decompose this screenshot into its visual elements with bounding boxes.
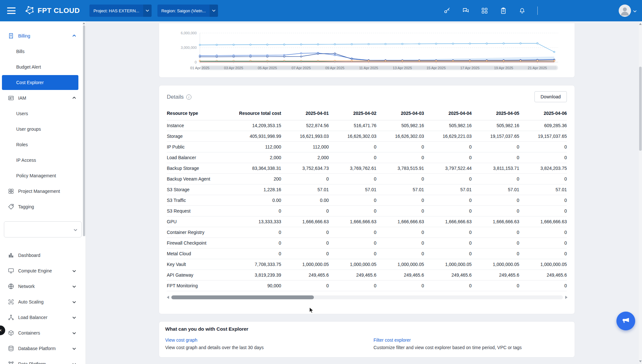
chat-icon[interactable] <box>462 7 469 14</box>
brand-logo[interactable]: FPT CLOUD <box>25 5 80 16</box>
sidebar-scroll-up-icon[interactable] <box>83 22 85 24</box>
sidebar-item-cost-explorer[interactable]: Cost Explorer <box>2 75 78 90</box>
value-cell: 0 <box>472 281 519 291</box>
sidebar-item-project-management[interactable]: Project Management <box>0 183 82 199</box>
sidebar-item-bills[interactable]: Bills <box>0 44 82 59</box>
value-cell: 0 <box>472 227 519 238</box>
value-cell: 249,465.6 <box>472 270 519 281</box>
value-cell: 0 <box>329 206 376 216</box>
sidebar-item-containers[interactable]: Containers <box>0 325 82 341</box>
page-scrollbar[interactable] <box>639 21 642 364</box>
menu-icon[interactable] <box>7 7 16 14</box>
announcement-fab[interactable] <box>616 312 635 330</box>
table-row: Backup Storage83,364,338.313,752,634.733… <box>167 163 567 174</box>
value-cell: 57.01 <box>472 184 519 195</box>
value-cell: 0 <box>376 227 424 238</box>
filter-cost-explorer-desc: Customize filter and view cost explorer … <box>373 345 522 350</box>
value-cell: 505,982.16 <box>376 120 424 131</box>
value-cell: 0 <box>519 142 567 152</box>
region-dropdown[interactable]: Region: Saigon (Vietn... <box>157 5 218 17</box>
page-scroll-thumb[interactable] <box>639 67 642 151</box>
resource-type-cell: Storage <box>167 131 234 142</box>
sidebar-item-users[interactable]: Users <box>0 106 82 121</box>
value-cell: 609,285.36 <box>519 120 567 131</box>
navbar-divider <box>537 6 538 15</box>
cost-explorer-help-card: What can you do with Cost Explorer View … <box>159 321 575 358</box>
chevron-down-icon <box>210 5 218 17</box>
value-cell: 7,708,333.75 <box>234 259 281 270</box>
project-dropdown-label: Project: HAS EXTERN... <box>89 8 143 13</box>
iam-icon <box>8 95 14 101</box>
scroll-right-icon[interactable] <box>565 296 567 299</box>
column-header: 2025-04-05 <box>472 106 519 120</box>
value-cell: 0 <box>281 238 329 248</box>
value-cell: 57.01 <box>376 184 424 195</box>
value-cell: 3,769,762.61 <box>329 163 376 174</box>
auto-scaling-icon <box>8 299 14 305</box>
user-menu[interactable] <box>619 5 637 17</box>
sidebar-item-billing[interactable]: Billing <box>0 28 82 44</box>
sidebar-item-data-platform[interactable]: Data Platform <box>0 356 82 364</box>
chevron-up-icon <box>72 34 76 38</box>
sidebar-item-policy-management[interactable]: Policy Management <box>0 168 82 183</box>
resource-type-cell: Backup Storage <box>167 163 234 174</box>
clipboard-icon[interactable] <box>500 7 507 14</box>
notification-icon[interactable] <box>519 7 526 14</box>
sidebar-item-budget-alert[interactable]: Budget Alert <box>0 59 82 75</box>
svg-text:21 Apr 2025: 21 Apr 2025 <box>528 66 547 70</box>
project-dropdown[interactable]: Project: HAS EXTERN... <box>89 5 152 17</box>
chevron-down-icon <box>72 362 76 364</box>
scroll-left-icon[interactable] <box>167 296 169 299</box>
filter-cost-explorer-link[interactable]: Filter cost explorer <box>373 337 522 343</box>
value-cell: 1,000,000.05 <box>329 259 376 270</box>
value-cell: 0 <box>234 248 281 259</box>
view-cost-graph-link[interactable]: View cost graph <box>165 337 373 343</box>
value-cell: 13,333,333 <box>234 216 281 227</box>
sidebar-item-label: Billing <box>18 33 30 39</box>
value-cell: 0 <box>376 248 424 259</box>
value-cell: 0 <box>424 281 472 291</box>
value-cell: 0 <box>281 248 329 259</box>
scroll-up-icon[interactable] <box>639 23 642 25</box>
table-row: S3 Traffic0.000.0000000 <box>167 195 567 206</box>
sidebar-item-label: Load Balancer <box>18 315 47 320</box>
value-cell: 3,819,239.39 <box>234 270 281 281</box>
sidebar-item-iam[interactable]: IAM <box>0 90 82 106</box>
cost-chart-svg: 03,000,0006,000,00001 Apr 202503 Apr 202… <box>159 23 575 78</box>
sidebar-item-label: Network <box>18 284 35 289</box>
table-row: IP Public112,000112,00000000 <box>167 142 567 152</box>
hscroll-track[interactable] <box>171 295 563 299</box>
hscroll-thumb[interactable] <box>171 295 314 299</box>
sidebar-item-user-groups[interactable]: User groups <box>0 121 82 137</box>
table-row: Backup Veeam Agent200000000 <box>167 174 567 184</box>
sidebar-item-roles[interactable]: Roles <box>0 137 82 152</box>
scroll-down-icon[interactable] <box>639 360 642 362</box>
apps-icon[interactable] <box>481 7 488 14</box>
value-cell: 112,000 <box>281 142 329 152</box>
value-cell: 522,874.56 <box>281 120 329 131</box>
sidebar-filter-select[interactable] <box>4 221 82 237</box>
value-cell: 0 <box>329 142 376 152</box>
column-header: 2025-04-03 <box>376 106 424 120</box>
value-cell: 3,824,203.75 <box>519 163 567 174</box>
sidebar-item-auto-scaling[interactable]: Auto Scaling <box>0 294 82 310</box>
region-dropdown-label: Region: Saigon (Vietn... <box>157 8 210 13</box>
chevron-down-icon <box>72 315 76 319</box>
key-icon[interactable] <box>443 7 451 14</box>
sidebar-item-dashboard[interactable]: Dashboard <box>0 248 82 263</box>
sidebar-item-compute-engine[interactable]: Compute Engine <box>0 263 82 279</box>
value-cell: 249,465.6 <box>376 270 424 281</box>
value-cell: 0 <box>519 195 567 206</box>
download-button[interactable]: Download <box>534 91 567 102</box>
value-cell: 0 <box>329 152 376 163</box>
sidebar-item-network[interactable]: Network <box>0 279 82 294</box>
sidebar-item-tagging[interactable]: Tagging <box>0 199 82 215</box>
value-cell: 0 <box>281 281 329 291</box>
sidebar-scrollbar[interactable] <box>83 25 85 236</box>
sidebar-item-database-platform[interactable]: Database Platform <box>0 341 82 356</box>
sidebar-item-ip-access[interactable]: IP Access <box>0 152 82 168</box>
info-icon[interactable] <box>186 94 191 100</box>
value-cell: 0 <box>234 227 281 238</box>
sidebar-item-load-balancer[interactable]: Load Balancer <box>0 310 82 325</box>
svg-text:01 Apr 2025: 01 Apr 2025 <box>190 66 209 70</box>
